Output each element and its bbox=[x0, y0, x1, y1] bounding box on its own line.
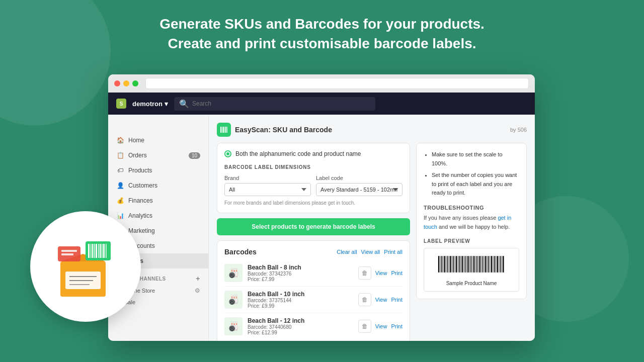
sidebar-item-finances[interactable]: 💰 Finances bbox=[108, 193, 208, 208]
product-illustration bbox=[50, 231, 121, 302]
search-input[interactable] bbox=[192, 100, 370, 107]
headline-line1: Generate SKUs and Barcodes for your prod… bbox=[159, 16, 485, 32]
url-bar[interactable] bbox=[145, 78, 529, 89]
svg-rect-3 bbox=[224, 127, 225, 133]
browser-chrome bbox=[108, 74, 535, 93]
note-item-2: Set the number of copies you want to pri… bbox=[432, 171, 519, 198]
svg-rect-15 bbox=[452, 256, 452, 273]
svg-rect-58 bbox=[88, 244, 90, 258]
gear-icon[interactable]: ⚙ bbox=[195, 287, 200, 294]
generate-labels-button[interactable]: Select products to generate barcode labe… bbox=[217, 218, 410, 235]
svg-rect-69 bbox=[61, 250, 77, 252]
form-hint: For more brands and label dimensions ple… bbox=[224, 200, 403, 206]
svg-rect-26 bbox=[467, 256, 468, 273]
store-name[interactable]: demotron ▾ bbox=[132, 100, 168, 108]
view-all-button[interactable]: View all bbox=[361, 249, 380, 255]
svg-rect-19 bbox=[458, 256, 458, 273]
svg-rect-13 bbox=[449, 256, 449, 273]
barcode-name: Beach Ball - 10 inch bbox=[248, 291, 353, 298]
svg-rect-18 bbox=[456, 256, 457, 273]
print-barcode-button[interactable]: Print bbox=[391, 323, 403, 329]
barcode-actions: 🗑 View Print bbox=[358, 266, 403, 280]
barcode-item: 🎳 Beach Ball - 10 inch Barcode: 37375144… bbox=[224, 287, 403, 313]
svg-rect-36 bbox=[482, 256, 484, 273]
svg-rect-65 bbox=[102, 244, 103, 258]
svg-rect-27 bbox=[469, 256, 470, 273]
dimensions-title: BARCODE LABEL DIMENSIONS bbox=[224, 164, 403, 170]
radio-option[interactable]: Both the alphanumeric code and product n… bbox=[224, 150, 403, 157]
minimize-button[interactable] bbox=[123, 80, 129, 86]
svg-rect-39 bbox=[487, 256, 488, 273]
label-code-label: Label code bbox=[316, 175, 403, 181]
svg-rect-22 bbox=[462, 256, 463, 273]
content-inner: EasyScan: SKU and Barcode by 506 Both th… bbox=[209, 115, 535, 341]
search-bar: 🔍 bbox=[174, 97, 375, 111]
view-barcode-button[interactable]: View bbox=[375, 270, 387, 276]
sidebar-item-products[interactable]: 🏷 Products bbox=[108, 163, 208, 178]
sidebar-item-label: Analytics bbox=[128, 212, 152, 219]
svg-rect-66 bbox=[103, 244, 105, 258]
troubleshooting-text: If you have any issues please get in tou… bbox=[424, 214, 519, 231]
maximize-button[interactable] bbox=[132, 80, 138, 86]
label-code-select[interactable]: Avery Standard - 5159 - 102mm x 38mm 7 r… bbox=[316, 183, 403, 196]
svg-rect-34 bbox=[479, 256, 480, 273]
svg-rect-6 bbox=[438, 256, 439, 273]
barcode-code: Barcode: 37440680 bbox=[248, 324, 353, 330]
close-button[interactable] bbox=[114, 80, 120, 86]
customers-icon: 👤 bbox=[116, 182, 124, 190]
brand-group: Brand All bbox=[224, 175, 311, 196]
svg-rect-42 bbox=[491, 256, 492, 273]
two-col-layout: Both the alphanumeric code and product n… bbox=[217, 143, 527, 341]
svg-rect-12 bbox=[447, 256, 448, 273]
view-barcode-button[interactable]: View bbox=[375, 297, 387, 303]
barcode-info: Beach Ball - 10 inch Barcode: 37375144 P… bbox=[248, 291, 353, 309]
barcode-info: Beach Ball - 8 inch Barcode: 37342376 Pr… bbox=[248, 264, 353, 282]
shopify-logo: S bbox=[116, 99, 126, 109]
svg-rect-32 bbox=[476, 256, 477, 273]
radio-button[interactable] bbox=[224, 150, 231, 157]
barcode-thumb: 🎳 bbox=[224, 317, 243, 335]
svg-rect-30 bbox=[473, 256, 474, 273]
sidebar-item-home[interactable]: 🏠 Home bbox=[108, 133, 208, 148]
sidebar-item-orders[interactable]: 📋 Orders 10 bbox=[108, 148, 208, 163]
radio-label: Both the alphanumeric code and product n… bbox=[235, 150, 361, 157]
svg-rect-63 bbox=[98, 244, 99, 258]
barcode-code: Barcode: 37375144 bbox=[248, 298, 353, 303]
sidebar-item-label: Orders bbox=[128, 152, 147, 159]
brand-select[interactable]: All bbox=[224, 183, 311, 196]
print-barcode-button[interactable]: Print bbox=[391, 297, 403, 303]
product-icon-circle bbox=[30, 211, 141, 322]
side-notes: Make sure to set the scale to 100%. Set … bbox=[424, 150, 519, 198]
app-header: EasyScan: SKU and Barcode by 506 bbox=[217, 123, 527, 137]
print-all-button[interactable]: Print all bbox=[384, 249, 403, 255]
barcode-price: Price: £9.99 bbox=[248, 303, 353, 309]
svg-rect-7 bbox=[440, 256, 441, 273]
svg-rect-38 bbox=[485, 256, 486, 273]
delete-barcode-button[interactable]: 🗑 bbox=[358, 266, 371, 280]
sidebar-item-label: Customers bbox=[128, 182, 157, 189]
clear-all-button[interactable]: Clear all bbox=[337, 249, 357, 255]
sidebar-item-customers[interactable]: 👤 Customers bbox=[108, 178, 208, 193]
headline-line2: Create and print customisable barcode la… bbox=[168, 36, 476, 51]
svg-rect-5 bbox=[227, 127, 227, 133]
delete-barcode-button[interactable]: 🗑 bbox=[358, 293, 371, 306]
svg-rect-20 bbox=[459, 256, 460, 273]
barcodes-actions: Clear all View all Print all bbox=[337, 249, 403, 255]
svg-rect-64 bbox=[100, 244, 101, 258]
browser-window: S demotron ▾ 🔍 🏠 Home 📋 Orders 10 🏷 Prod bbox=[108, 74, 535, 341]
sidebar-item-analytics[interactable]: 📊 Analytics bbox=[108, 208, 208, 223]
app-logo bbox=[217, 123, 231, 137]
svg-rect-0 bbox=[220, 127, 221, 133]
delete-barcode-button[interactable]: 🗑 bbox=[358, 320, 371, 333]
view-barcode-button[interactable]: View bbox=[375, 323, 387, 329]
note-item-1: Make sure to set the scale to 100%. bbox=[432, 150, 519, 168]
app-title: EasyScan: SKU and Barcode bbox=[235, 126, 332, 134]
troubleshooting-prefix: If you have any issues please bbox=[424, 215, 496, 221]
add-channel-icon[interactable]: + bbox=[196, 275, 200, 283]
top-bar: S demotron ▾ 🔍 bbox=[108, 93, 535, 115]
barcode-info: Beach Ball - 12 inch Barcode: 37440680 P… bbox=[248, 317, 353, 335]
barcode-image bbox=[436, 253, 507, 279]
svg-rect-59 bbox=[91, 244, 92, 258]
barcode-price: Price: £7.99 bbox=[248, 277, 353, 282]
print-barcode-button[interactable]: Print bbox=[391, 270, 403, 276]
